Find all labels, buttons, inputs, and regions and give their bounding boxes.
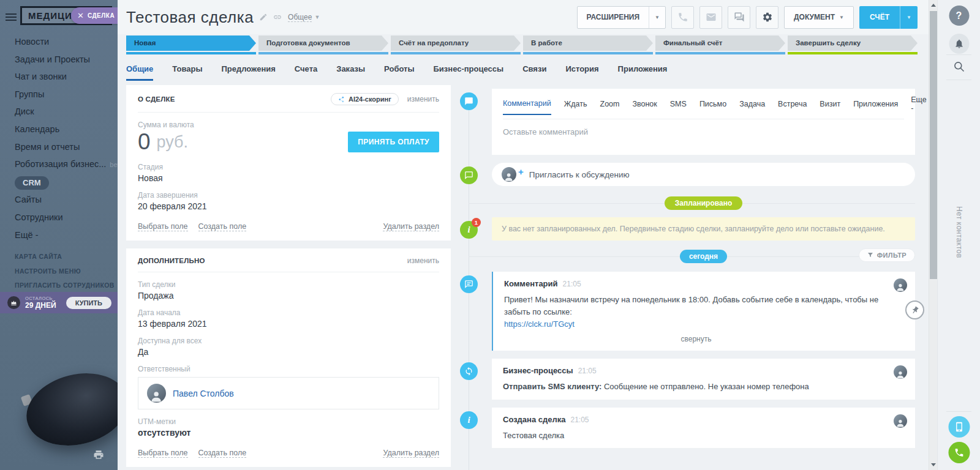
composer-tab-task[interactable]: Задача (739, 100, 765, 114)
create-field-link[interactable]: Создать поле (198, 222, 247, 231)
sidebar-item-tasks[interactable]: Задачи и Проекты (0, 51, 118, 69)
help-button[interactable]: ? (949, 6, 969, 26)
ai-scoring-button[interactable]: AI24-скоринг (331, 93, 399, 105)
accept-payment-button[interactable]: ПРИНЯТЬ ОПЛАТУ (348, 132, 439, 152)
deal-category-selector[interactable]: Общее (288, 13, 312, 22)
delete-section-link[interactable]: Удалить раздел (383, 222, 439, 231)
chevron-down-icon[interactable]: ▼ (314, 14, 320, 20)
avatar (894, 414, 907, 428)
telephony-button[interactable] (948, 442, 970, 463)
edit-section-link[interactable]: изменить (407, 256, 439, 265)
invoice-button[interactable]: СЧЁТ ▼ (859, 6, 918, 29)
sidebar-item-more[interactable]: Ещё - (0, 226, 118, 244)
sidebar-menu: Новости Задачи и Проекты Чат и звонки Гр… (0, 33, 118, 244)
license-bar: ОСТАЛОСЬ 29 ДНЕЙ КУПИТЬ (0, 292, 118, 313)
deal-amount[interactable]: 0 (138, 129, 151, 155)
tab-general[interactable]: Общие (126, 64, 153, 81)
scroll-up-arrow[interactable] (931, 4, 936, 7)
scrollbar-thumb[interactable] (930, 11, 937, 279)
deal-type-value[interactable]: Продажа (138, 291, 439, 300)
select-field-link[interactable]: Выбрать поле (138, 222, 188, 231)
tab-quotes[interactable]: Предложения (222, 64, 276, 81)
tab-apps[interactable]: Приложения (618, 64, 668, 81)
extensions-dropdown[interactable]: ▼ (649, 7, 665, 28)
mobile-app-button[interactable] (948, 416, 970, 438)
tab-invoices[interactable]: Счета (295, 64, 317, 81)
document-button[interactable]: ДОКУМЕНТ▼ (784, 6, 854, 29)
comment-input[interactable]: Оставьте комментарий (503, 119, 904, 155)
composer-tab-email[interactable]: Письмо (699, 100, 726, 114)
sidebar-item-crm[interactable]: CRM (0, 174, 118, 192)
composer-tab-call[interactable]: Звонок (632, 100, 657, 114)
composer-tab-zoom[interactable]: Zoom (600, 100, 620, 114)
close-date-value[interactable]: 20 февраля 2021 (138, 201, 439, 211)
stage-prepayment[interactable]: Счёт на предоплату (391, 35, 521, 54)
close-icon[interactable]: ✕ (77, 12, 84, 20)
composer-tab-meeting[interactable]: Встреча (778, 100, 807, 114)
sidebar-item-calendar[interactable]: Календарь (0, 121, 118, 138)
tab-robots[interactable]: Роботы (384, 64, 414, 81)
composer-tab-apps[interactable]: Приложения (853, 100, 898, 114)
start-date-value[interactable]: 13 февраля 2021 (138, 319, 439, 329)
sidebar-item-time[interactable]: Время и отчеты (0, 138, 118, 156)
sitemap-link[interactable]: КАРТА САЙТА (0, 250, 118, 264)
scroll-down-arrow[interactable] (931, 463, 936, 466)
avatar (894, 278, 907, 292)
sidebar-item-sites[interactable]: Сайты (0, 191, 118, 209)
vertical-scrollbar[interactable] (929, 0, 937, 470)
calendar-link[interactable]: https://clck.ru/TGcyt (504, 319, 575, 329)
license-days: 29 ДНЕЙ (25, 301, 56, 310)
sidebar-footer-links: КАРТА САЙТА НАСТРОИТЬ МЕНЮ ПРИГЛАСИТЬ СО… (0, 250, 118, 293)
notifications-button[interactable] (949, 34, 969, 54)
stage-final-invoice[interactable]: Финальный счёт (655, 35, 785, 54)
composer-tab-more[interactable]: Еще - (911, 95, 926, 119)
chat-button[interactable] (728, 6, 750, 29)
delete-section-link[interactable]: Удалить раздел (383, 449, 439, 458)
stage-new[interactable]: Новая (126, 35, 256, 54)
sidebar-item-rpa[interactable]: Роботизация бизнес...beta (0, 155, 118, 174)
edit-title-icon[interactable] (259, 13, 268, 21)
composer-tab-comment[interactable]: Комментарий (503, 99, 551, 115)
extensions-button[interactable]: РАСШИРЕНИЯ ▼ (577, 6, 666, 29)
tab-history[interactable]: История (565, 64, 598, 81)
pin-button[interactable] (905, 300, 924, 319)
configure-menu-link[interactable]: НАСТРОИТЬ МЕНЮ (0, 264, 118, 279)
composer-tab-visit[interactable]: Визит (820, 100, 840, 114)
stage-value[interactable]: Новая (138, 173, 439, 183)
stage-documents[interactable]: Подготовка документов (258, 35, 388, 54)
tab-products[interactable]: Товары (172, 64, 202, 81)
available-value[interactable]: Да (138, 347, 439, 357)
invite-employees-link[interactable]: ПРИГЛАСИТЬ СОТРУДНИКОВ (0, 278, 118, 293)
printer-icon[interactable] (93, 449, 104, 460)
composer-tab-wait[interactable]: Ждать (564, 100, 587, 114)
sidebar-item-chat[interactable]: Чат и звонки (0, 68, 118, 86)
stage-close-deal[interactable]: Завершить сделку (788, 35, 918, 54)
call-button[interactable] (671, 6, 694, 29)
invite-to-discussion[interactable]: + Пригласить к обсуждению (492, 163, 915, 186)
filter-button[interactable]: ФИЛЬТР (859, 248, 915, 262)
hamburger-menu-icon[interactable] (6, 12, 17, 23)
create-field-link[interactable]: Создать поле (198, 449, 247, 458)
sidebar-item-employees[interactable]: Сотрудники (0, 209, 118, 226)
sidebar-item-news[interactable]: Новости (0, 33, 118, 51)
tab-bizproc[interactable]: Бизнес-процессы (434, 64, 504, 81)
discussion-icon (460, 166, 478, 184)
search-button[interactable] (952, 59, 967, 74)
sidebar-item-disk[interactable]: Диск (0, 103, 118, 121)
settings-button[interactable] (756, 6, 778, 29)
beta-badge: beta (110, 161, 118, 168)
tab-relations[interactable]: Связи (522, 64, 546, 81)
link-icon[interactable] (273, 13, 282, 21)
buy-button[interactable]: КУПИТЬ (66, 297, 111, 309)
email-button[interactable] (699, 6, 722, 29)
tab-orders[interactable]: Заказы (336, 64, 365, 81)
sidebar-item-groups[interactable]: Группы (0, 86, 118, 103)
deal-slider-tab[interactable]: ✕ СДЕЛКА (71, 7, 118, 24)
responsible-user-link[interactable]: Павел Столбов (173, 389, 234, 398)
stage-in-progress[interactable]: В работе (523, 35, 653, 54)
invoice-dropdown[interactable]: ▼ (900, 6, 918, 29)
edit-section-link[interactable]: изменить (407, 95, 439, 103)
select-field-link[interactable]: Выбрать поле (138, 449, 188, 458)
composer-tab-sms[interactable]: SMS (670, 100, 687, 114)
collapse-link[interactable]: свернуть (504, 335, 888, 343)
